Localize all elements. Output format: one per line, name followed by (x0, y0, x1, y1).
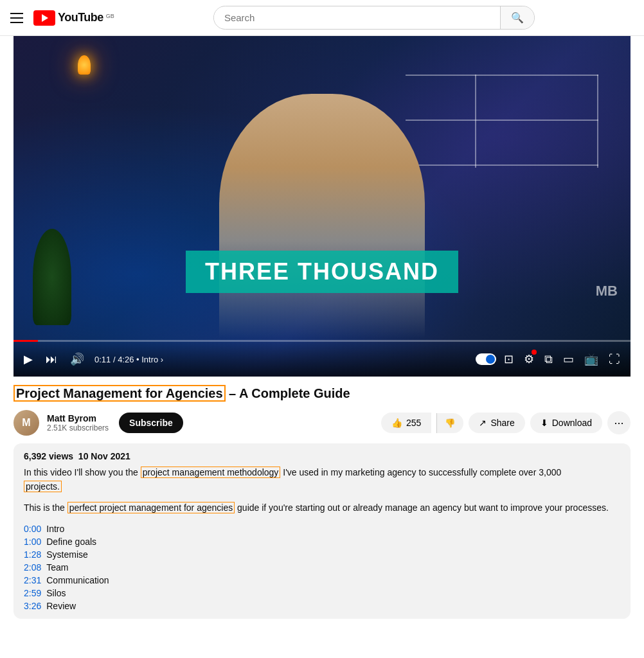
video-light-bulb (78, 55, 91, 75)
shelf-post-left (475, 75, 476, 168)
timestamp-item: 1:28Systemise (24, 549, 620, 560)
timestamp-label: Intro (46, 524, 64, 534)
video-meta: 6,392 views 10 Nov 2021 (24, 451, 620, 461)
cast-button[interactable]: 📺 (582, 350, 601, 369)
timestamp-item: 1:00Define goals (24, 537, 620, 547)
like-count: 255 (406, 418, 421, 428)
settings-notification-dot (532, 350, 537, 355)
timestamp-item: 2:31Communication (24, 575, 620, 585)
autoplay-toggle[interactable] (476, 353, 496, 365)
hamburger-menu-icon[interactable] (10, 13, 23, 23)
timestamp-link[interactable]: 2:31 (24, 575, 41, 585)
description-highlight-1: project management methodology (141, 467, 281, 478)
description-highlight-2: projects. (24, 481, 62, 492)
youtube-logo-text: YouTube (58, 11, 103, 24)
channel-name[interactable]: Matt Byrom (47, 413, 109, 423)
video-overlay-title: THREE THOUSAND (186, 251, 458, 293)
description-text-1: In this video I'll show you the project … (24, 465, 620, 494)
fullscreen-button[interactable]: ⛶ (606, 350, 623, 369)
timestamp-item: 0:00Intro (24, 524, 620, 534)
theater-button[interactable]: ▭ (560, 350, 577, 369)
video-watermark: MB (596, 283, 618, 299)
shelf-line-2 (406, 120, 598, 121)
share-button[interactable]: ↗ Share (469, 413, 524, 433)
timestamp-label: Review (46, 601, 76, 611)
upload-date: 10 Nov 2021 (78, 451, 130, 461)
next-button[interactable]: ⏭ (43, 350, 60, 369)
settings-badge: ⚙ (521, 350, 537, 369)
video-title-row: Project Management for Agencies – A Comp… (13, 384, 631, 402)
youtube-country-badge: GB (106, 13, 114, 19)
video-title-rest: – A Complete Guide (226, 386, 350, 400)
video-title-highlighted: Project Management for Agencies (13, 385, 226, 402)
timestamp-item: 2:08Team (24, 562, 620, 573)
video-title: Project Management for Agencies – A Comp… (13, 384, 631, 402)
youtube-logo-icon (33, 10, 55, 26)
youtube-header: YouTube GB 🔍 (0, 0, 644, 36)
video-container: THREE THOUSAND MB ▶ ⏭ 🔊 0:11 / 4:26 • In… (13, 36, 631, 377)
captions-button[interactable]: ⊡ (501, 350, 516, 369)
youtube-logo[interactable]: YouTube GB (33, 10, 114, 26)
video-time: 0:11 / 4:26 • Intro › (94, 355, 163, 364)
more-options-button[interactable]: ··· (607, 411, 631, 434)
channel-info: Matt Byrom 2.51K subscribers (47, 413, 109, 432)
miniplayer-button[interactable]: ⧉ (542, 350, 555, 369)
video-player[interactable]: THREE THOUSAND MB ▶ ⏭ 🔊 0:11 / 4:26 • In… (13, 36, 631, 377)
description-box[interactable]: 6,392 views 10 Nov 2021 In this video I'… (13, 443, 631, 619)
video-plant (33, 229, 71, 325)
channel-subscribers: 2.51K subscribers (47, 423, 109, 432)
timestamp-item: 2:59Silos (24, 588, 620, 598)
play-button[interactable]: ▶ (21, 350, 35, 369)
volume-button[interactable]: 🔊 (67, 350, 87, 369)
download-button[interactable]: ⬇ Download (530, 413, 602, 433)
timestamps-list: 0:00Intro1:00Define goals1:28Systemise2:… (24, 524, 620, 611)
view-count: 6,392 views (24, 451, 73, 461)
channel-row: M Matt Byrom 2.51K subscribers Subscribe… (13, 410, 631, 436)
subscribe-button[interactable]: Subscribe (119, 413, 183, 433)
timestamp-link[interactable]: 2:08 (24, 562, 41, 573)
search-bar: 🔍 (213, 6, 535, 30)
toggle-track[interactable] (476, 353, 496, 365)
description-text-2: This is the perfect project management f… (24, 501, 620, 515)
search-button[interactable]: 🔍 (500, 6, 534, 29)
timestamp-link[interactable]: 2:59 (24, 588, 41, 598)
channel-avatar[interactable]: M (13, 410, 39, 436)
video-controls: ▶ ⏭ 🔊 0:11 / 4:26 • Intro › ⊡ ⚙ ⧉ (13, 342, 631, 377)
timestamp-link[interactable]: 1:00 (24, 537, 41, 547)
description-highlight-3: perfect project management for agencies (67, 502, 235, 513)
timestamp-label: Systemise (46, 549, 88, 560)
timestamp-item: 3:26Review (24, 601, 620, 611)
timestamp-label: Define goals (46, 537, 96, 547)
download-icon: ⬇ (541, 418, 548, 428)
share-icon: ↗ (479, 418, 487, 428)
below-video: Project Management for Agencies – A Comp… (13, 377, 631, 627)
timestamp-label: Communication (46, 575, 109, 585)
more-options-icon: ··· (614, 416, 623, 430)
timestamp-link[interactable]: 1:28 (24, 549, 41, 560)
thumbs-up-icon: 👍 (391, 418, 402, 428)
timestamp-link[interactable]: 0:00 (24, 524, 41, 534)
search-input[interactable] (214, 7, 500, 28)
video-overlay-text: THREE THOUSAND (205, 258, 439, 285)
thumbs-down-icon: 👎 (445, 418, 456, 428)
timestamp-label: Team (46, 562, 68, 573)
video-person (219, 94, 425, 338)
timestamp-link[interactable]: 3:26 (24, 601, 41, 611)
toggle-knob (486, 355, 495, 364)
shelf-line-1 (406, 75, 598, 76)
dislike-button[interactable]: 👎 (436, 413, 463, 433)
shelf-post-right (597, 75, 598, 168)
timestamp-label: Silos (46, 588, 66, 598)
shelf-line-3 (406, 164, 598, 166)
action-buttons: 👍 255 👎 ↗ Share ⬇ Download ··· (381, 411, 631, 434)
like-button[interactable]: 👍 255 (381, 413, 431, 433)
